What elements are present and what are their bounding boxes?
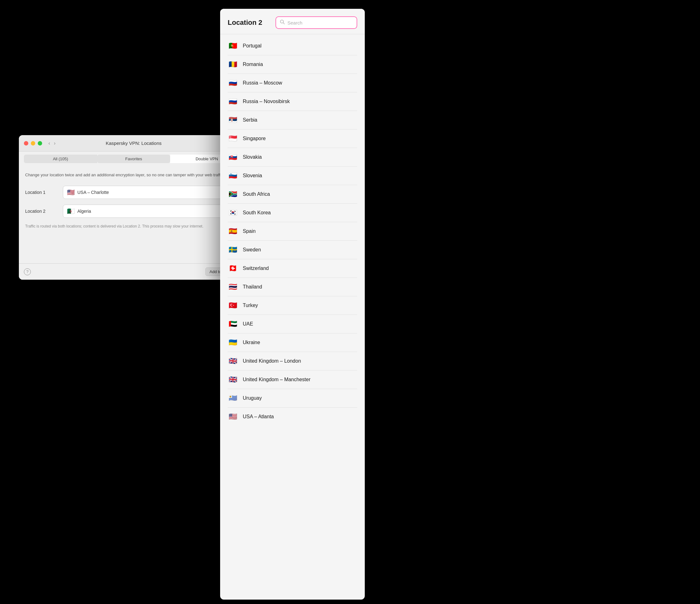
tab-all[interactable]: All (105) <box>24 155 97 163</box>
list-item[interactable]: 🇹🇷Turkey <box>220 296 365 315</box>
location-name: Thailand <box>243 284 357 290</box>
window-body: Change your location twice and add an ad… <box>19 166 248 235</box>
flag-icon: 🇰🇷 <box>228 209 238 217</box>
list-item[interactable]: 🇨🇭Switzerland <box>220 259 365 278</box>
traffic-note: Traffic is routed via both locations; co… <box>25 224 242 229</box>
location2-label: Location 2 <box>25 209 63 214</box>
list-item[interactable]: 🇷🇴Romania <box>220 55 365 74</box>
flag-icon: 🇹🇷 <box>228 301 238 310</box>
location1-select[interactable]: 🇺🇸 USA – Charlotte ⌄ <box>63 186 242 199</box>
location2-row: Location 2 🇩🇿 Algeria ⌄ <box>25 205 242 218</box>
titlebar: ‹ › Kaspersky VPN: Locations <box>19 135 248 152</box>
location-name: Ukraine <box>243 340 357 345</box>
flag-icon: 🇷🇸 <box>228 116 238 124</box>
flag-icon: 🇦🇪 <box>228 320 238 328</box>
nav-arrows: ‹ › <box>47 140 57 147</box>
window-title: Kaspersky VPN: Locations <box>106 140 161 146</box>
flag-icon: 🇸🇮 <box>228 172 238 180</box>
flag-icon: 🇷🇺 <box>228 98 238 106</box>
list-item[interactable]: 🇹🇭Thailand <box>220 278 365 296</box>
list-item[interactable]: 🇰🇷South Korea <box>220 204 365 222</box>
flag-icon: 🇵🇹 <box>228 42 238 50</box>
close-button[interactable] <box>24 141 28 146</box>
location-name: United Kingdom – Manchester <box>243 377 357 383</box>
location-name: Switzerland <box>243 266 357 271</box>
list-item[interactable]: 🇷🇸Serbia <box>220 111 365 129</box>
location-name: Russia – Novosibirsk <box>243 99 357 104</box>
list-item[interactable]: 🇺🇾Uruguay <box>220 389 365 407</box>
help-button[interactable]: ? <box>24 268 31 275</box>
location-name: Slovenia <box>243 173 357 179</box>
location1-value: USA – Charlotte <box>77 190 109 195</box>
list-item[interactable]: 🇬🇧United Kingdom – Manchester <box>220 370 365 389</box>
list-item[interactable]: 🇸🇰Slovakia <box>220 148 365 166</box>
list-item[interactable]: 🇪🇸Spain <box>220 222 365 240</box>
location2-value: Algeria <box>77 209 91 214</box>
location-name: Sweden <box>243 247 357 253</box>
list-item[interactable]: 🇸🇪Sweden <box>220 241 365 259</box>
location-list: 🇵🇹Portugal🇷🇴Romania🇷🇺Russia – Moscow🇷🇺Ru… <box>220 34 365 600</box>
flag-icon: 🇷🇴 <box>228 60 238 69</box>
location-name: USA – Atlanta <box>243 414 357 420</box>
location-name: South Africa <box>243 191 357 197</box>
list-item[interactable]: 🇵🇹Portugal <box>220 37 365 55</box>
list-item[interactable]: 🇺🇦Ukraine <box>220 334 365 352</box>
location-name: Singapore <box>243 136 357 141</box>
location1-select-left: 🇺🇸 USA – Charlotte <box>67 188 109 196</box>
location-name: South Korea <box>243 210 357 216</box>
location-name: Portugal <box>243 43 357 49</box>
location1-flag: 🇺🇸 <box>67 188 75 196</box>
flag-icon: 🇬🇧 <box>228 357 238 365</box>
tabs-bar: All (105) Favorites Double VPN <box>19 152 248 166</box>
location-name: Uruguay <box>243 395 357 401</box>
flag-icon: 🇷🇺 <box>228 79 238 87</box>
flag-icon: 🇺🇾 <box>228 394 238 402</box>
list-item[interactable]: 🇦🇪UAE <box>220 315 365 333</box>
location1-label: Location 1 <box>25 190 63 195</box>
flag-icon: 🇨🇭 <box>228 264 238 272</box>
location-name: Serbia <box>243 117 357 123</box>
flag-icon: 🇸🇬 <box>228 134 238 143</box>
list-item[interactable]: 🇸🇬Singapore <box>220 129 365 148</box>
list-item[interactable]: 🇷🇺Russia – Moscow <box>220 74 365 92</box>
front-header: Location 2 <box>220 9 365 34</box>
search-icon <box>280 20 285 26</box>
front-window-title: Location 2 <box>228 19 262 27</box>
flag-icon: 🇸🇪 <box>228 246 238 254</box>
location2-select[interactable]: 🇩🇿 Algeria ⌄ <box>63 205 242 218</box>
location2-select-left: 🇩🇿 Algeria <box>67 207 91 215</box>
footer: ? Add to Favorites <box>19 263 248 280</box>
flag-icon: 🇹🇭 <box>228 283 238 291</box>
tab-favorites[interactable]: Favorites <box>97 155 171 163</box>
location-name: Turkey <box>243 303 357 308</box>
list-item[interactable]: 🇸🇮Slovenia <box>220 166 365 185</box>
location-name: Russia – Moscow <box>243 80 357 86</box>
list-item[interactable]: 🇿🇦South Africa <box>220 185 365 203</box>
svg-line-1 <box>283 23 284 24</box>
search-box[interactable] <box>275 16 357 29</box>
location-name: United Kingdom – London <box>243 358 357 364</box>
forward-arrow[interactable]: › <box>52 140 57 147</box>
back-arrow[interactable]: ‹ <box>47 140 51 147</box>
location1-row: Location 1 🇺🇸 USA – Charlotte ⌄ <box>25 186 242 199</box>
location-name: UAE <box>243 321 357 327</box>
flag-icon: 🇪🇸 <box>228 227 238 235</box>
flag-icon: 🇺🇸 <box>228 413 238 421</box>
search-input[interactable] <box>288 20 353 25</box>
list-item[interactable]: 🇷🇺Russia – Novosibirsk <box>220 93 365 111</box>
location2-flag: 🇩🇿 <box>67 207 75 215</box>
list-item[interactable]: 🇬🇧United Kingdom – London <box>220 352 365 370</box>
flag-icon: 🇿🇦 <box>228 190 238 198</box>
traffic-lights <box>24 141 42 146</box>
minimize-button[interactable] <box>31 141 35 146</box>
back-window: ‹ › Kaspersky VPN: Locations All (105) F… <box>19 135 248 280</box>
fullscreen-button[interactable] <box>38 141 42 146</box>
description-text: Change your location twice and add an ad… <box>25 172 242 178</box>
flag-icon: 🇸🇰 <box>228 153 238 161</box>
front-window: Location 2 🇵🇹Portugal🇷🇴Romania🇷🇺Russia –… <box>220 9 365 600</box>
location-name: Romania <box>243 61 357 67</box>
flag-icon: 🇬🇧 <box>228 375 238 384</box>
list-item[interactable]: 🇺🇸USA – Atlanta <box>220 408 365 426</box>
location-name: Slovakia <box>243 154 357 160</box>
flag-icon: 🇺🇦 <box>228 338 238 347</box>
